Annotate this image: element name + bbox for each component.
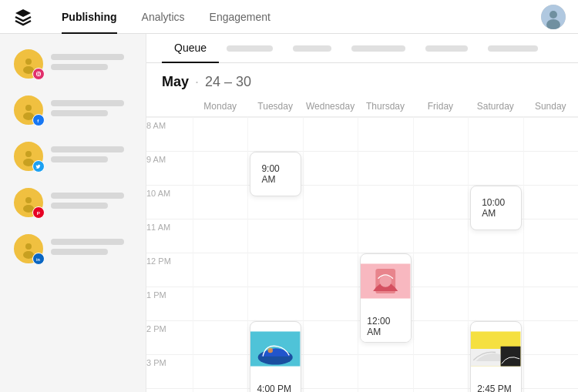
day-cell-col5-row4: [468, 253, 523, 286]
day-cell-col5-row0: [468, 117, 523, 151]
day-header-tuesday: Tuesday: [247, 96, 302, 116]
day-cell-col6-row0: [523, 117, 578, 151]
main-content: f: [0, 34, 578, 392]
day-cell-col3-row2: [358, 185, 412, 219]
day-cell-col2-row2: [303, 185, 358, 219]
time-label-4-PM: 4 PM: [146, 388, 193, 392]
day-cell-col1-row3: [247, 219, 302, 253]
day-cell-col0-row0: [193, 117, 247, 151]
day-cell-col2-row0: [303, 117, 358, 151]
schedule-card-9-00-AM[interactable]: 9:00 AM: [250, 152, 301, 196]
day-cell-col3-row1: [358, 151, 412, 185]
time-label-8-AM: 8 AM: [146, 117, 193, 151]
svg-rect-37: [501, 347, 521, 367]
day-cell-col0-row1: [193, 151, 247, 185]
time-label-10-AM: 10 AM: [146, 185, 193, 219]
calendar-content: Queue May · 24 – 30 Monday Tuesday Wedne…: [146, 34, 578, 392]
sidebar-twitter-text: [51, 146, 132, 166]
day-cell-col1-row4: [247, 253, 302, 286]
sidebar-item-facebook[interactable]: f: [6, 89, 139, 131]
day-cell-col2-row6: [303, 320, 358, 354]
tab-placeholder-4: [425, 45, 468, 52]
svg-point-1: [549, 11, 557, 18]
svg-text:P: P: [37, 210, 40, 216]
sidebar-item-pinterest[interactable]: P: [6, 182, 139, 223]
calendar-range: 24 – 30: [205, 74, 251, 90]
day-cell-col2-row1: [303, 151, 358, 185]
schedule-card-4-00-PM[interactable]: 4:00 PM: [250, 321, 301, 392]
sidebar-item-linkedin[interactable]: in: [6, 228, 139, 270]
svg-point-11: [25, 105, 32, 111]
day-cell-col4-row6: [413, 320, 468, 354]
day-cell-col2-row7: [303, 354, 358, 388]
day-cell-col6-row5: [523, 286, 578, 320]
day-header-wednesday: Wednesday: [303, 96, 358, 116]
day-cell-col3-row0: [358, 117, 412, 151]
day-header-thursday: Thursday: [358, 96, 412, 116]
user-avatar[interactable]: [541, 5, 566, 29]
calendar-separator: ·: [195, 74, 199, 90]
sidebar-pinterest-text: [51, 193, 132, 213]
time-label-3-PM: 3 PM: [146, 354, 193, 388]
day-cell-col3-row7: [358, 354, 412, 388]
day-cell-col0-row7: [193, 354, 247, 388]
tab-placeholder-1: [227, 45, 273, 52]
day-cell-col0-row2: [193, 185, 247, 219]
nav-analytics[interactable]: Analytics: [129, 0, 197, 34]
day-cell-col5-row2: 10:00 AM: [468, 185, 523, 219]
card-image: [250, 322, 300, 376]
day-cell-col3-row3: [358, 219, 412, 253]
day-cell-col3-row8: [358, 388, 412, 392]
logo-icon: [12, 6, 34, 28]
nav-publishing[interactable]: Publishing: [49, 0, 129, 34]
day-cell-col6-row6: [523, 320, 578, 354]
sidebar-facebook-text: [51, 100, 132, 120]
day-cell-col4-row4: [413, 253, 468, 286]
svg-point-34: [268, 348, 273, 353]
day-cell-col4-row8: [413, 388, 468, 392]
day-cell-col4-row0: [413, 117, 468, 151]
schedule-card-2-45-PM[interactable]: 2:45 PM: [470, 321, 521, 392]
calendar-month: May: [162, 74, 189, 90]
sidebar-item-twitter[interactable]: [6, 136, 139, 177]
tab-placeholder-5: [488, 45, 538, 52]
day-cell-col6-row4: [523, 253, 578, 286]
time-header: [146, 96, 193, 116]
svg-text:in: in: [36, 257, 41, 262]
day-cell-col6-row8: [523, 388, 578, 392]
day-cell-col2-row4: [303, 253, 358, 286]
avatar-twitter: [14, 142, 43, 171]
svg-point-16: [25, 151, 32, 157]
schedule-card-10-00-AM[interactable]: 10:00 AM: [470, 186, 521, 230]
sidebar-instagram-text: [51, 54, 132, 74]
logo: [12, 6, 34, 28]
svg-point-25: [25, 243, 32, 250]
day-cell-col0-row6: [193, 320, 247, 354]
day-cell-col4-row5: [413, 286, 468, 320]
card-time-label: 2:45 PM: [471, 379, 520, 392]
time-label-9-AM: 9 AM: [146, 151, 193, 185]
day-cell-col1-row1: 9:00 AM: [247, 151, 302, 185]
nav-engagement[interactable]: Engagement: [197, 0, 283, 34]
day-cell-col2-row5: [303, 286, 358, 320]
day-cell-col5-row6: 2:45 PM: [468, 320, 523, 354]
schedule-card-12-00-AM[interactable]: 12:00 AM: [360, 253, 411, 343]
time-label-1-PM: 1 PM: [146, 286, 193, 320]
sidebar-item-instagram[interactable]: [6, 43, 139, 85]
instagram-badge: [32, 68, 45, 80]
avatar-facebook: f: [14, 95, 43, 125]
card-time-label: 10:00 AM: [476, 191, 516, 225]
card-time-label: 9:00 AM: [255, 157, 295, 191]
avatar-linkedin: in: [14, 234, 43, 263]
day-cell-col0-row8: [193, 388, 247, 392]
tab-placeholder-2: [293, 45, 331, 52]
day-cell-col2-row3: [303, 219, 358, 253]
day-header-friday: Friday: [413, 96, 468, 116]
day-cell-col6-row1: [523, 151, 578, 185]
card-image: [361, 254, 410, 308]
twitter-badge: [32, 160, 45, 173]
day-cell-col3-row4: 12:00 AM: [358, 253, 412, 286]
card-time-label: 12:00 AM: [361, 311, 410, 342]
tab-queue[interactable]: Queue: [162, 34, 219, 63]
avatar-instagram: [14, 49, 43, 79]
